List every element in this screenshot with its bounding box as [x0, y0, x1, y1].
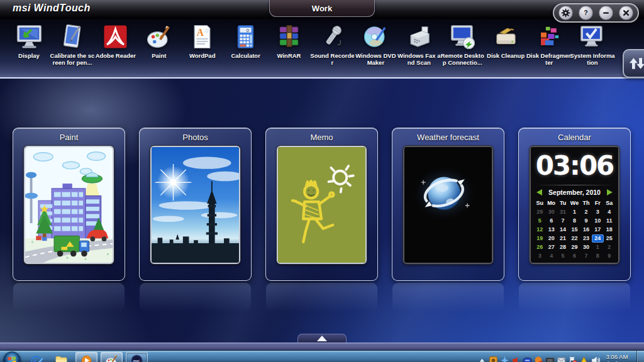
calendar-day[interactable]: 11: [604, 217, 615, 225]
photos-preview: [150, 146, 240, 264]
calendar-day[interactable]: 9: [604, 252, 615, 260]
security-icon[interactable]: [534, 356, 543, 362]
card-memo[interactable]: Memo: [265, 128, 378, 281]
tab-work[interactable]: Work: [269, 0, 375, 17]
calendar-day[interactable]: 8: [569, 217, 580, 225]
calendar-day[interactable]: 2: [604, 243, 615, 251]
calendar-day[interactable]: 6: [569, 252, 580, 260]
calendar-day[interactable]: 20: [545, 234, 557, 243]
taskbar-media-player-button[interactable]: [75, 352, 97, 362]
calendar-day[interactable]: 1: [569, 208, 580, 216]
calendar-day[interactable]: 25: [604, 234, 615, 243]
volume-icon[interactable]: [591, 356, 600, 362]
dvd-maker-icon: [362, 23, 390, 51]
calendar-day[interactable]: 3: [592, 208, 603, 216]
calendar-day[interactable]: 6: [545, 217, 557, 225]
card-weather[interactable]: Weather forecast: [392, 128, 504, 281]
calendar-day[interactable]: 19: [534, 234, 545, 243]
toolbar-items: DisplayCalibrate the screen for pen...Ad…: [0, 19, 644, 66]
calendar-day[interactable]: 18: [604, 226, 615, 234]
calendar-day[interactable]: 28: [557, 243, 569, 251]
calendar-day[interactable]: 5: [534, 217, 545, 225]
calendar-day[interactable]: 2: [580, 208, 592, 216]
calendar-day-selected[interactable]: 24: [592, 234, 603, 243]
month-label: September, 2010: [548, 189, 601, 196]
taskbar-ie-button[interactable]: e: [25, 352, 47, 362]
weather-preview: [403, 146, 493, 264]
help-button[interactable]: ?: [579, 6, 593, 20]
warning-icon[interactable]: [579, 356, 589, 362]
calendar-day[interactable]: 3: [534, 252, 545, 260]
photo-app-icon[interactable]: [489, 356, 498, 362]
calendar-day[interactable]: 13: [545, 226, 557, 234]
calendar-day[interactable]: 5: [557, 252, 569, 260]
calendar-day[interactable]: 4: [604, 208, 615, 216]
show-desktop-button[interactable]: [636, 351, 644, 362]
calendar-day[interactable]: 7: [580, 252, 592, 260]
msi-badge-icon[interactable]: [523, 356, 532, 362]
calendar-day[interactable]: 27: [545, 243, 557, 251]
next-month-arrow-icon[interactable]: [607, 189, 613, 195]
prev-month-arrow-icon[interactable]: [536, 189, 542, 195]
tray-expand-icon[interactable]: [477, 356, 487, 362]
calendar-day[interactable]: 22: [569, 234, 580, 243]
card-calendar[interactable]: Calendar 03:06 September, 2010 SuMoTuWeT…: [518, 128, 631, 281]
audio-red-icon[interactable]: [511, 356, 521, 362]
calendar-day[interactable]: 23: [580, 234, 592, 243]
calendar-day[interactable]: 29: [569, 243, 580, 251]
touch-keyboard-icon[interactable]: [545, 356, 555, 362]
action-center-flag-icon[interactable]: [568, 356, 577, 362]
card-title: Memo: [266, 128, 377, 146]
calendar-widget: 03:06 September, 2010 SuMoTuWeThFrSa2930…: [530, 146, 619, 264]
calendar-inner: 03:06 September, 2010 SuMoTuWeThFrSa2930…: [531, 147, 618, 263]
calendar-day[interactable]: 9: [580, 217, 592, 225]
bluetooth-icon[interactable]: [500, 356, 509, 362]
calendar-day[interactable]: 31: [557, 208, 569, 216]
calendar-day[interactable]: 29: [534, 208, 545, 216]
calendar-day[interactable]: 10: [592, 217, 603, 225]
mail-icon[interactable]: [557, 356, 566, 362]
start-button[interactable]: [3, 351, 21, 362]
calendar-day[interactable]: 30: [580, 243, 592, 251]
winrar-icon: [275, 23, 303, 51]
calendar-day[interactable]: 16: [580, 226, 592, 234]
calendar-grid: SuMoTuWeThFrSa29303112345678910111213141…: [534, 199, 615, 260]
calendar-day[interactable]: 30: [545, 208, 557, 216]
fax-scan-icon: [405, 23, 433, 51]
expand-tab-button[interactable]: [297, 334, 347, 343]
minimize-icon: [601, 8, 611, 18]
calendar-day[interactable]: 15: [569, 226, 580, 234]
wordpad-icon: A: [188, 23, 216, 51]
card-title: Calendar: [519, 128, 630, 146]
close-icon: [621, 8, 631, 18]
card-paint[interactable]: Paint: [13, 128, 125, 281]
calendar-day[interactable]: 26: [534, 243, 545, 251]
calendar-day[interactable]: 7: [557, 217, 569, 225]
clock-time: 3:06 AM: [604, 353, 630, 361]
paint-icon: [145, 23, 173, 51]
calendar-day[interactable]: 14: [557, 226, 569, 234]
calendar-day[interactable]: 17: [592, 226, 603, 234]
toolbar-item-calibrate[interactable]: Calibrate the screen for pen...: [51, 23, 94, 66]
toolbar-item-label: System Information: [564, 52, 621, 66]
card-photos[interactable]: Photos: [139, 128, 252, 281]
settings-button[interactable]: [558, 6, 573, 20]
calendar-day[interactable]: 1: [592, 243, 603, 251]
calendar-day[interactable]: 8: [592, 252, 603, 260]
calendar-day[interactable]: 12: [534, 226, 545, 234]
minimize-button[interactable]: [599, 6, 613, 20]
taskbar-clock[interactable]: 3:06 AM 9/24/2010: [604, 353, 630, 362]
calendar-day[interactable]: 21: [557, 234, 569, 243]
help-icon: ?: [581, 8, 591, 18]
adobe-reader-icon: [101, 23, 130, 51]
close-button[interactable]: [619, 6, 633, 20]
taskbar-msi-button[interactable]: msi: [126, 352, 148, 362]
toolbar-item-system-info[interactable]: System Information: [571, 23, 614, 66]
taskbar-paint-button[interactable]: [101, 352, 123, 362]
toolbar-item-remote-desktop[interactable]: Remote Desktop Connectio...: [441, 23, 484, 66]
taskbar-explorer-button[interactable]: [50, 352, 72, 362]
calendar-day[interactable]: 4: [545, 252, 557, 260]
card-title: Photos: [140, 128, 251, 146]
calendar-day-header: We: [569, 199, 580, 207]
page-toggle-button[interactable]: [623, 49, 644, 78]
